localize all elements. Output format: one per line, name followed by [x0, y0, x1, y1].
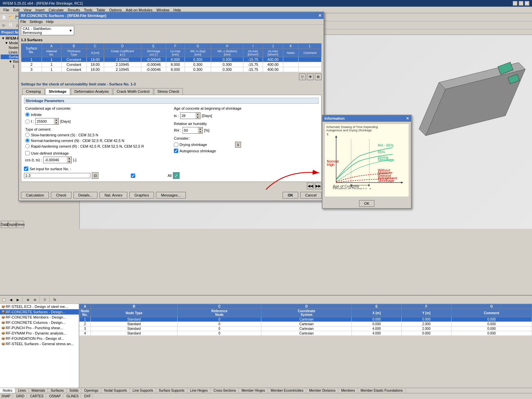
menu-file[interactable]: File [1, 7, 11, 13]
info-ok-button[interactable]: OK [359, 200, 374, 207]
module-dynam-pro[interactable]: 📦 RF-DYNAM Pro - Dynamic analysis... [0, 331, 79, 336]
tab-next-button[interactable]: ▶▶ [315, 183, 322, 189]
rh-spin-down[interactable]: ▼ [198, 130, 202, 133]
bt-3[interactable]: ▶ [15, 296, 21, 303]
snap-toggle[interactable]: SNAP [1, 394, 13, 398]
radio-cement-rapid[interactable]: Rapid-hardening cement (R) : CEM 42,5 R,… [25, 144, 169, 148]
ecs-spin-up[interactable]: ▲ [67, 157, 71, 160]
tab-surface-supports[interactable]: Surface Supports [156, 388, 188, 393]
tb-new[interactable]: 📄 [1, 14, 7, 21]
module-punch-pro[interactable]: 📦 RF-PUNCH Pro - Punching shear... [0, 325, 79, 331]
radio-t[interactable]: t : ▲ ▼ [Days] [25, 118, 169, 125]
tab-prev-button[interactable]: ◀◀ [307, 183, 314, 189]
bt-filter[interactable]: ▽ [42, 296, 48, 303]
tab-solids[interactable]: Solids [67, 388, 81, 393]
drying-shrinkage-item[interactable]: Drying shrinkage ℹ [174, 142, 317, 148]
ts-spinner[interactable]: ▲ ▼ [180, 112, 200, 119]
radio-t-input[interactable] [25, 119, 30, 124]
module-steel-ec3[interactable]: 📦 RF-STEEL EC3 - Design of steel me... [0, 304, 79, 309]
radio-infinite[interactable]: Infinite [25, 112, 169, 117]
case-combo[interactable]: CA1 - Stahlbeton-Bemessung ▼ [21, 26, 74, 35]
bt-1[interactable]: 📋 [1, 296, 7, 303]
tab-cross-sections[interactable]: Cross-Sections [211, 388, 239, 393]
module-concrete-members[interactable]: 📦 RF-CONCRETE Members - Design... [0, 315, 79, 320]
tab-openings[interactable]: Openings [81, 388, 101, 393]
t-spinner[interactable]: ▲ ▼ [35, 118, 59, 125]
module-foundation-pro[interactable]: 📦 RF-FOUNDATION Pro - Design of... [0, 336, 79, 341]
table-row-3[interactable]: 3 1 Constant 18.00 2.10945 -0.00046 8.00… [21, 67, 322, 72]
ecs-spinner[interactable]: ▲ ▼ [43, 157, 72, 163]
info-close-button[interactable]: ✕ [406, 116, 409, 121]
ts-spin-down[interactable]: ▼ [196, 116, 200, 119]
autogenous-shrinkage-checkbox[interactable] [174, 149, 178, 153]
details-button[interactable]: Details... [73, 192, 98, 199]
tab-lines[interactable]: Lines [15, 388, 29, 393]
tab-creeping[interactable]: Creeping [22, 88, 45, 95]
table-row-1[interactable]: 1 1 Constant 18.00 2.10945 -0.00046 8.00… [21, 57, 322, 62]
tab-surfaces[interactable]: Surfaces [48, 388, 66, 393]
dialog-menu-help[interactable]: Help [46, 20, 54, 24]
osnap-toggle[interactable]: OSNAP [49, 394, 63, 398]
user-defined-checkbox[interactable] [25, 151, 30, 155]
tab-crack-width[interactable]: Crack Width Control [113, 88, 153, 95]
minimize-button[interactable]: ─ [513, 1, 517, 6]
glines-toggle[interactable]: GLINES [66, 394, 81, 398]
drying-info-button[interactable]: ℹ [235, 142, 241, 148]
calc-button[interactable]: Calculation [21, 192, 49, 199]
close-button[interactable]: ✕ [525, 1, 529, 6]
tab-member-elastic[interactable]: Member Elastic Foundations [358, 388, 406, 393]
tb2-1[interactable]: ▷ [1, 22, 7, 29]
tab-shrinkage[interactable]: Shrinkage [45, 88, 70, 95]
view-button[interactable]: 👁 [307, 73, 314, 80]
maximize-button[interactable]: □ [519, 1, 523, 6]
node-row-1[interactable]: 1 Standard 0 Cartesian 0.000 0.000 0.000 [79, 317, 532, 322]
filter-button[interactable]: ▽ [299, 73, 306, 80]
table-row-2[interactable]: 2 1 Constant 18.00 2.10945 -0.00046 8.00… [21, 62, 322, 67]
cancel-button[interactable]: Cancel [300, 192, 322, 199]
tab-deformation[interactable]: Deformation Analysis [71, 88, 112, 95]
settings-button[interactable]: ⚙ [315, 73, 322, 80]
radio-cement-normal-input[interactable] [25, 138, 30, 143]
ok-button[interactable]: OK [283, 192, 298, 199]
tab-member-eccentricities[interactable]: Member Eccentricities [268, 388, 306, 393]
rh-input[interactable] [183, 128, 198, 133]
nav-views-tab[interactable]: Views [17, 221, 24, 228]
all-checkbox-item[interactable]: All [100, 174, 172, 178]
check-button[interactable]: Check [51, 192, 71, 199]
module-concrete-columns[interactable]: 📦 RF-CONCRETE Columns - Design... [0, 320, 79, 325]
dxf-toggle[interactable]: DXF [84, 394, 93, 398]
radio-cement-normal[interactable]: Normal-hardening cement (N) : CEM 32,5 R… [25, 138, 169, 143]
set-input-checkbox[interactable] [24, 167, 28, 171]
dialog-menu-file[interactable]: File [20, 20, 26, 24]
t-spin-down[interactable]: ▼ [54, 121, 59, 124]
node-row-2[interactable]: 2 Standard 0 Cartesian 0.000 2.000 0.000 [79, 322, 532, 327]
radio-infinite-input[interactable] [25, 112, 30, 117]
tab-materials[interactable]: Materials [29, 388, 48, 393]
drying-shrinkage-checkbox[interactable] [174, 143, 178, 147]
ecs-spin-down[interactable]: ▼ [67, 160, 71, 163]
ts-input[interactable] [181, 113, 196, 118]
module-steel-surfaces[interactable]: 📦 RF-STEEL Surfaces - General stress an.… [0, 341, 79, 346]
ts-spin-up[interactable]: ▲ [196, 113, 200, 116]
ecs-input[interactable] [44, 158, 67, 162]
graphics-button[interactable]: Graphics [129, 192, 154, 199]
t-spin-up[interactable]: ▲ [54, 118, 59, 121]
bt-4[interactable]: ⊕ [25, 296, 31, 303]
dialog-close-button[interactable]: ✕ [318, 13, 322, 18]
bt-fx[interactable]: fx [52, 296, 58, 303]
rh-spinner[interactable]: ▲ ▼ [183, 127, 203, 134]
user-defined-checkbox-item[interactable]: User-defined shrinkage [25, 151, 169, 155]
grid-toggle[interactable]: GRID [16, 394, 27, 398]
confirm-button[interactable]: ✓ [173, 172, 180, 179]
surface-select-button[interactable]: ⊡ [92, 172, 98, 179]
cartes-toggle[interactable]: CARTES [30, 394, 46, 398]
rh-spin-up[interactable]: ▲ [198, 127, 202, 130]
radio-cement-rapid-input[interactable] [25, 144, 30, 148]
tab-member-hinges[interactable]: Member Hinges [239, 388, 268, 393]
surface-range-input[interactable] [24, 173, 90, 178]
tab-stress[interactable]: Stress Check [154, 88, 183, 95]
module-concrete-surfaces[interactable]: 📦 RF-CONCRETE Surfaces - Design... [0, 309, 79, 315]
tb2-2[interactable]: ⬜ [7, 22, 14, 29]
tab-nodal-supports[interactable]: Nodal Supports [101, 388, 130, 393]
tab-member-divisions[interactable]: Member Divisions [306, 388, 338, 393]
